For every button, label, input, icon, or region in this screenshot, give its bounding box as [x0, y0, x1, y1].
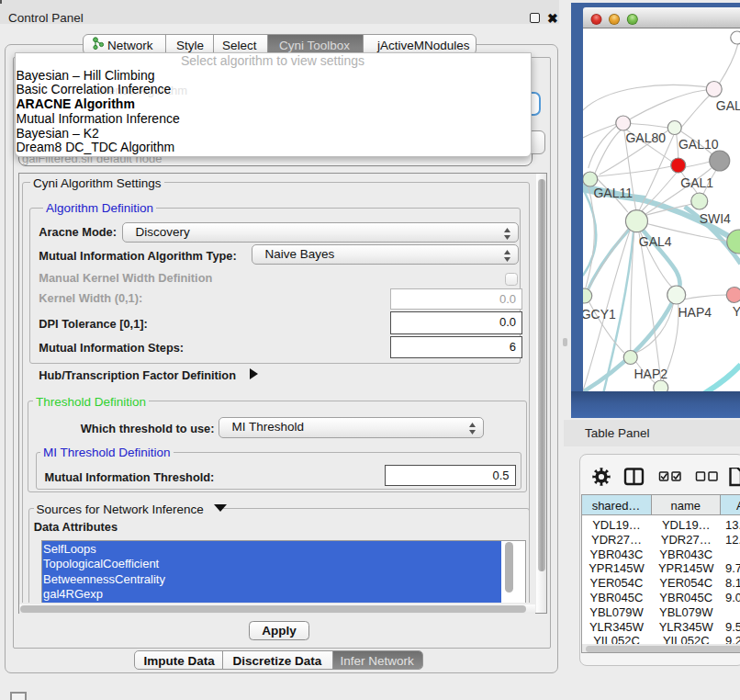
- svg-text:HAP2: HAP2: [633, 367, 667, 381]
- svg-text:GAL7: GAL7: [715, 98, 740, 113]
- svg-text:GAL4: GAL4: [638, 234, 671, 249]
- svg-text:GAL80: GAL80: [625, 130, 666, 145]
- svg-text:HAP4: HAP4: [678, 305, 712, 320]
- svg-text:SWI4: SWI4: [699, 211, 730, 226]
- svg-text:GAL10: GAL10: [678, 137, 718, 152]
- svg-text:GAL11: GAL11: [593, 186, 633, 200]
- svg-text:YM: YM: [732, 304, 740, 319]
- svg-text:GCY1: GCY1: [583, 307, 616, 322]
- svg-text:GAL1: GAL1: [680, 175, 713, 190]
